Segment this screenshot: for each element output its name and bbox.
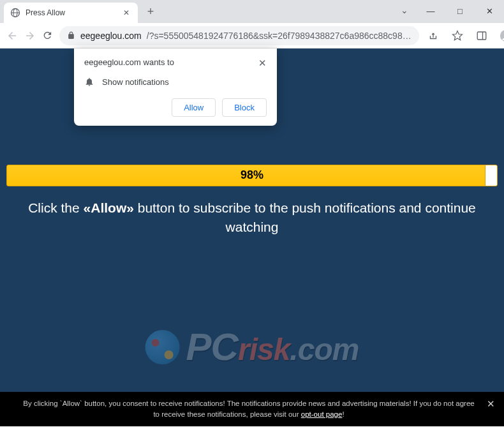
instruction-allow-word: «Allow» [84,200,134,215]
logo-pc: PC [186,326,238,368]
back-button[interactable] [6,28,18,43]
minimize-button[interactable]: — [416,0,445,22]
tabs-row: Press Allow ✕ + ⌄ — □ ✕ [0,0,504,23]
instruction-text: Click the «Allow» button to subscribe to… [26,198,478,237]
logo-com: .com [290,333,359,366]
tab-title: Press Allow [26,8,116,17]
consent-text: By clicking `Allow` button, you consent … [23,400,474,418]
forward-button[interactable] [24,28,36,43]
window-controls: — □ ✕ [416,0,504,22]
logo-bug-icon [145,330,180,364]
watermark-logo: PCrisk.com [145,325,359,369]
lock-icon [67,31,75,40]
permission-text: Show notifications [102,77,169,87]
share-icon[interactable] [426,28,441,43]
consent-close-icon[interactable]: ✕ [487,397,495,412]
page-content: eegeeglou.com wants to ✕ Show notificati… [0,49,504,426]
progress-label: 98% [0,168,504,182]
globe-icon [10,8,20,18]
reload-button[interactable] [42,28,53,43]
permission-popup: eegeeglou.com wants to ✕ Show notificati… [74,49,277,126]
permission-close-icon[interactable]: ✕ [258,57,267,69]
maximize-button[interactable]: □ [445,0,475,22]
url-host: eegeeglou.com [80,31,142,41]
tabs-dropdown-icon[interactable]: ⌄ [401,5,408,15]
permission-title: eegeeglou.com wants to [84,57,174,67]
url-path: /?s=555005481924776186&ssk=26f7989438827… [147,31,411,41]
opt-out-link[interactable]: opt-out page [301,410,343,418]
address-bar[interactable]: eegeeglou.com/?s=555005481924776186&ssk=… [59,26,419,45]
bookmark-icon[interactable] [450,28,465,43]
instruction-suffix: button to subscribe to the push notifica… [134,200,476,234]
logo-risk: risk [238,333,290,366]
consent-text-end: ! [342,410,344,418]
browser-tab[interactable]: Press Allow ✕ [4,3,138,23]
bell-icon [84,77,94,87]
allow-button[interactable]: Allow [172,98,216,117]
profile-icon[interactable] [498,28,504,43]
consent-bar: By clicking `Allow` button, you consent … [0,392,504,427]
side-panel-icon[interactable] [474,28,489,43]
instruction-prefix: Click the [28,200,83,215]
window-close-button[interactable]: ✕ [475,0,504,22]
toolbar: eegeeglou.com/?s=555005481924776186&ssk=… [0,23,504,49]
new-tab-button[interactable]: + [142,3,159,20]
tab-close-icon[interactable]: ✕ [121,8,131,17]
svg-rect-3 [477,32,486,40]
block-button[interactable]: Block [222,98,267,117]
